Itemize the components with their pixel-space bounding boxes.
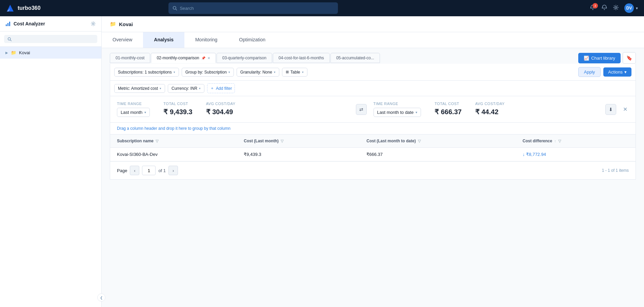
search-input[interactable]: [180, 6, 334, 11]
chart-library-button[interactable]: 📈 Chart library: [578, 53, 621, 63]
tab-analysis[interactable]: Analysis: [143, 32, 184, 48]
subtab-03[interactable]: 03-quarterly-comparison: [217, 53, 272, 63]
svg-point-8: [93, 23, 94, 25]
left-total-cost-field: Total cost ₹ 9,439.3: [163, 102, 192, 116]
right-time-range-dropdown[interactable]: Last month to date ▾: [374, 108, 421, 117]
col-subscription-name: Subscription name ▽: [110, 135, 237, 148]
subtab-01[interactable]: 01-monthly-cost: [110, 53, 150, 63]
left-avg-cost-field: Avg cost/day ₹ 304.49: [206, 102, 236, 116]
sidebar-header: Cost Analyzer: [0, 16, 101, 32]
chevron-down-icon: ▾: [160, 87, 161, 90]
subtab-05[interactable]: 05-accumulated-co...: [330, 53, 380, 63]
bell-icon[interactable]: [601, 4, 607, 12]
summary-section: Time range Last month ▾ Total cost ₹ 9,4…: [110, 96, 636, 123]
prev-page-button[interactable]: ‹: [130, 166, 139, 175]
swap-button[interactable]: ⇄: [356, 104, 367, 115]
notifications-icon[interactable]: 3: [590, 4, 596, 12]
plus-icon: ＋: [210, 85, 214, 91]
tab-monitoring[interactable]: Monitoring: [184, 32, 228, 48]
subscriptions-filter[interactable]: Subscriptions: 1 subscriptions ▾: [114, 68, 179, 77]
chevron-down-icon: ▾: [144, 110, 146, 114]
sub-tabs-scroll: 01-monthly-cost 02-monthly-comparison 📌 …: [110, 53, 576, 63]
col-filter-icon[interactable]: ▽: [418, 139, 421, 143]
close-tab-icon[interactable]: ✕: [207, 56, 210, 60]
close-summary-button[interactable]: ✕: [622, 105, 629, 114]
col-cost-last-month: Cost (Last month) ▽: [237, 135, 360, 148]
sidebar-search-input[interactable]: [14, 37, 94, 41]
settings-icon[interactable]: [613, 4, 619, 12]
sidebar-title: Cost Analyzer: [5, 21, 45, 26]
sidebar-settings-icon[interactable]: [90, 21, 96, 26]
sidebar-item-label: Kovai: [19, 50, 30, 55]
table-row: Kovai-SI360-BA-Dev ₹9,439.3 ₹666.37 ↓ ₹8…: [110, 148, 636, 161]
cost-diff-value: ↓ ₹8,772.94: [523, 152, 629, 157]
sidebar-item-kovai[interactable]: ▶ 📁 Kovai: [0, 47, 101, 59]
cell-cost-lmtd: ₹666.37: [360, 148, 516, 161]
col-filter-icon[interactable]: ▽: [281, 139, 283, 143]
left-comparison: Time range Last month ▾ Total cost ₹ 9,4…: [117, 102, 349, 117]
add-filter-button[interactable]: ＋ Add filter: [207, 83, 235, 93]
left-time-range-dropdown[interactable]: Last month ▾: [117, 108, 150, 117]
avatar: DV: [624, 3, 634, 13]
chevron-down-icon: ▾: [624, 69, 627, 75]
sort-asc-icon[interactable]: ↑: [554, 139, 556, 143]
top-nav: turbo360 3 DV: [0, 0, 644, 16]
pin-icon: 📌: [201, 56, 205, 60]
cell-cost-difference: ↓ ₹8,772.94: [516, 148, 636, 161]
tab-optimization[interactable]: Optimization: [228, 32, 276, 48]
page-label: Page: [117, 168, 127, 173]
sidebar-collapse-button[interactable]: ❮: [97, 293, 105, 302]
table-header-row: Subscription name ▽ Cost (Last month) ▽: [110, 135, 636, 148]
bookmark-button[interactable]: 🔖: [623, 52, 636, 64]
notification-badge: 3: [592, 3, 598, 8]
subtabs-wrapper: 01-monthly-cost 02-monthly-comparison 📌 …: [110, 48, 636, 64]
right-avg-cost-field: Avg cost/day ₹ 44.42: [475, 102, 505, 116]
currency-filter[interactable]: Currency: INR ▾: [168, 84, 204, 93]
col-filter-icon[interactable]: ▽: [156, 139, 158, 143]
subtab-04[interactable]: 04-cost-for-last-6-months: [273, 53, 330, 63]
logo: turbo360: [5, 3, 41, 13]
tab-overview[interactable]: Overview: [102, 32, 143, 48]
sidebar-search-icon: [7, 37, 12, 41]
nav-right: 3 DV ▼: [590, 3, 639, 13]
page-number-input[interactable]: [142, 166, 156, 175]
right-time-range-field: Time range Last month to date ▾: [374, 102, 421, 117]
col-cost-difference: Cost difference ↑ ▽: [516, 135, 636, 148]
sidebar-label: Cost Analyzer: [14, 21, 45, 26]
view-filter[interactable]: ⊞ Table ▾: [282, 68, 307, 77]
svg-point-4: [615, 6, 617, 8]
chevron-down-icon: ▾: [302, 70, 304, 74]
chart-icon: 📈: [584, 56, 589, 61]
app-layout: Cost Analyzer ▶ 📁 Kovai ❮: [0, 16, 644, 307]
breadcrumb-icon: 📁: [110, 21, 116, 27]
metric-filter[interactable]: Metric: Amortized cost ▾: [114, 84, 165, 93]
chevron-down-icon: ▾: [416, 110, 417, 114]
breadcrumb: 📁 Kovai: [102, 16, 644, 32]
cell-cost-last-month: ₹9,439.3: [237, 148, 360, 161]
breadcrumb-label: Kovai: [119, 21, 133, 27]
svg-rect-6: [7, 23, 8, 26]
svg-rect-5: [6, 24, 7, 26]
main-tabs: Overview Analysis Monitoring Optimizatio…: [102, 32, 644, 48]
filter-row-1: Subscriptions: 1 subscriptions ▾ Group b…: [110, 64, 636, 81]
subtab-02[interactable]: 02-monthly-comparison 📌 ✕: [151, 53, 216, 63]
svg-line-10: [10, 40, 11, 41]
next-page-button[interactable]: ›: [168, 166, 178, 175]
analyzer-icon: [5, 21, 11, 26]
pagination-summary: 1 - 1 of 1 items: [602, 168, 629, 173]
groupby-filter[interactable]: Group by: Subscription ▾: [182, 68, 234, 77]
actions-button[interactable]: Actions ▾: [603, 67, 631, 77]
granularity-filter[interactable]: Granularity: None ▾: [237, 68, 279, 77]
col-filter-icon[interactable]: ▽: [558, 139, 561, 143]
filter-row-2: Metric: Amortized cost ▾ Currency: INR ▾…: [110, 81, 636, 96]
search-bar[interactable]: [168, 2, 338, 14]
user-menu[interactable]: DV ▼: [624, 3, 639, 13]
download-button[interactable]: ⬇: [605, 104, 616, 115]
app-title: turbo360: [18, 5, 41, 11]
apply-button[interactable]: Apply: [578, 67, 601, 77]
drag-hint: Drag a column header and drop it here to…: [110, 123, 636, 135]
sidebar-search[interactable]: [0, 32, 101, 47]
svg-line-3: [176, 9, 177, 10]
page-of-label: of 1: [158, 168, 166, 173]
col-cost-last-month-to-date: Cost (Last month to date) ▽: [360, 135, 516, 148]
